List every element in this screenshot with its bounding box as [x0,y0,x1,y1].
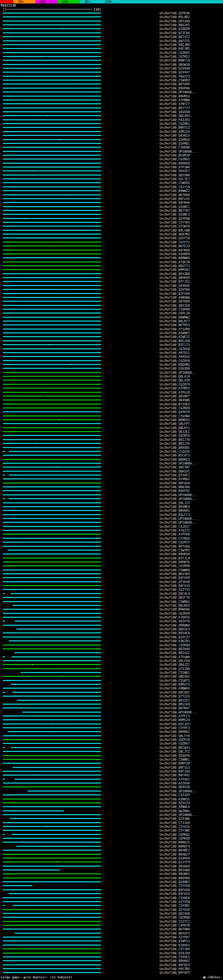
hit-label[interactable]: UniRef100_C5Y3W6 [160,829,190,832]
hit-label[interactable]: UniRef100_Q49846 [160,284,190,288]
hit-label[interactable]: UniRef100_Q9LFP7 [160,422,190,425]
hit-alignment-bar[interactable] [3,406,101,410]
hit-label[interactable]: UniRef100_UPI0000... [160,150,197,153]
hit-label[interactable]: UniRef100_C4P878 [160,924,190,927]
hit-label[interactable]: UniRef100_B9WXH6 [160,608,190,611]
hit-alignment-bar[interactable] [3,520,101,524]
hit-alignment-bar[interactable] [3,244,101,248]
hit-label[interactable]: UniRef100_B4FIY5 [160,39,190,43]
hit-label[interactable]: UniRef100_B9S2H1 [160,23,190,27]
hit-alignment-bar[interactable] [3,15,101,19]
hit-alignment-bar[interactable] [3,272,101,276]
hit-alignment-bar[interactable] [3,102,101,106]
hit-label[interactable]: UniRef100_C41Y19 [160,185,190,189]
hit-alignment-bar[interactable] [3,809,101,813]
hit-label[interactable]: UniRef100_UPI0000... [160,517,197,520]
hit-label[interactable]: UniRef100_A2Z6X0 [160,781,190,785]
hit-alignment-bar[interactable] [3,746,101,749]
hit-alignment-bar[interactable] [3,528,101,532]
hit-label[interactable]: UniRef100_B6T4T3 [160,35,190,38]
hit-label[interactable]: UniRef100_Q9LFY9 [160,734,190,738]
hit-label[interactable]: UniRef100_C1KR98 [160,146,190,149]
hit-label[interactable]: UniRef100_A2XA79 [160,801,190,805]
hit-alignment-bar[interactable] [3,769,101,773]
hit-label[interactable]: UniRef100_B9F0Y5 [160,963,190,967]
hit-label[interactable]: UniRef100_B5L8D2 [160,15,190,19]
hit-label[interactable]: UniRef100_A2Y450 [160,900,190,904]
hit-alignment-bar[interactable] [3,67,101,70]
hit-alignment-bar[interactable] [3,920,101,923]
hit-label[interactable]: UniRef100_A7PG28 [160,391,190,394]
hit-label[interactable]: UniRef100_C6PL20 [160,312,190,315]
hit-label[interactable]: UniRef100_B9MI03 [160,268,190,272]
hit-alignment-bar[interactable] [3,224,101,228]
hit-alignment-bar[interactable] [3,655,101,659]
hit-alignment-bar[interactable] [3,35,101,38]
hit-alignment-bar[interactable] [3,126,101,129]
hit-alignment-bar[interactable] [3,106,101,110]
hit-label[interactable]: UniRef100_B9IJ70 [160,438,190,442]
hit-alignment-bar[interactable] [3,181,101,185]
hit-label[interactable]: UniRef100_B4FNU6 [160,248,190,252]
hit-label[interactable]: UniRef100_C6Z8R1 [160,122,190,126]
hit-alignment-bar[interactable] [3,205,101,208]
hit-label[interactable]: UniRef100_C6ZRY2 [160,541,190,544]
hit-label[interactable]: UniRef100_C6ZRP0 [160,564,190,568]
hit-label[interactable]: UniRef100_B9FQY5 [160,971,190,974]
hit-label[interactable]: UniRef100_Q7XJW6 [160,817,190,821]
hit-label[interactable]: UniRef100_B9H662 [160,959,190,963]
hit-label[interactable]: UniRef100_C6ZRX8 [160,347,190,351]
hit-label[interactable]: UniRef100_Q654A0 [160,912,190,915]
hit-alignment-bar[interactable] [3,173,101,177]
hit-alignment-bar[interactable] [3,864,101,868]
hit-label[interactable]: UniRef100_Q16NC1 [160,213,190,216]
hit-label[interactable]: UniRef100_Q2PEU0 [160,11,190,15]
hit-alignment-bar[interactable] [3,884,101,888]
hit-label[interactable]: UniRef100_Q7XJQ8 [160,667,190,671]
hit-alignment-bar[interactable] [3,461,101,465]
hit-label[interactable]: UniRef100_Q7Y2Z4 [160,695,190,698]
hit-label[interactable]: UniRef100_Q2QQY0 [160,754,190,757]
hit-label[interactable]: UniRef100_C6ZRU9 [160,406,190,410]
hit-alignment-bar[interactable] [3,268,101,272]
hit-alignment-bar[interactable] [3,856,101,860]
hit-label[interactable]: UniRef100_Q9LJT2 [160,750,190,753]
hit-label[interactable]: UniRef100_Q84SW6 [160,398,190,402]
hit-alignment-bar[interactable] [3,694,101,698]
hit-label[interactable]: UniRef100_B9AFR2 [160,489,190,493]
hit-alignment-bar[interactable] [3,908,101,912]
hit-alignment-bar[interactable] [3,896,101,900]
hit-alignment-bar[interactable] [3,738,101,741]
hit-alignment-bar[interactable] [3,453,101,457]
hit-alignment-bar[interactable] [3,853,101,856]
hit-label[interactable]: UniRef100_Q6L4J4 [160,375,190,378]
hit-label[interactable]: UniRef100_C6ZRV7 [160,742,190,745]
hit-label[interactable]: UniRef100_A9NWL4 [160,805,190,808]
hit-alignment-bar[interactable] [3,615,101,619]
hit-alignment-bar[interactable] [3,710,101,714]
hit-alignment-bar[interactable] [3,607,101,611]
hit-alignment-bar[interactable] [3,611,101,615]
hit-label[interactable]: UniRef100_Q80JZ3 [160,663,190,667]
hit-label[interactable]: UniRef100_C6PKQ2 [160,833,190,837]
hit-alignment-bar[interactable] [3,505,101,509]
hit-label[interactable]: UniRef100_Q8H1E3 [160,627,190,631]
hit-label[interactable]: UniRef100_B9T049 [160,647,190,651]
hit-label[interactable]: UniRef100_A7PGW6 [160,655,190,659]
hit-label[interactable]: UniRef100_A9NWX4 [160,687,190,690]
hit-label[interactable]: UniRef100_Q8S7W7 [160,466,190,469]
hit-label[interactable]: UniRef100_Q10XU2 [160,943,190,947]
hit-label[interactable]: UniRef100_B9FS13 [160,766,190,769]
hit-label[interactable]: UniRef100_C5WN61 [160,758,190,761]
hit-alignment-bar[interactable] [3,138,101,142]
hit-label[interactable]: UniRef100_A9S7B4 [160,967,190,970]
hit-label[interactable]: UniRef100_A2YP87 [160,935,190,939]
hit-alignment-bar[interactable] [3,142,101,145]
hit-label[interactable]: UniRef100_B4FAV9 [160,576,190,579]
hit-alignment-bar[interactable] [3,951,101,955]
hit-alignment-bar[interactable] [3,915,101,919]
hit-alignment-bar[interactable] [3,256,101,260]
hit-label[interactable]: UniRef100_B9RRQ2 [160,730,190,733]
hit-alignment-bar[interactable] [3,39,101,43]
hit-label[interactable]: UniRef100_Q687M2 [160,232,190,236]
